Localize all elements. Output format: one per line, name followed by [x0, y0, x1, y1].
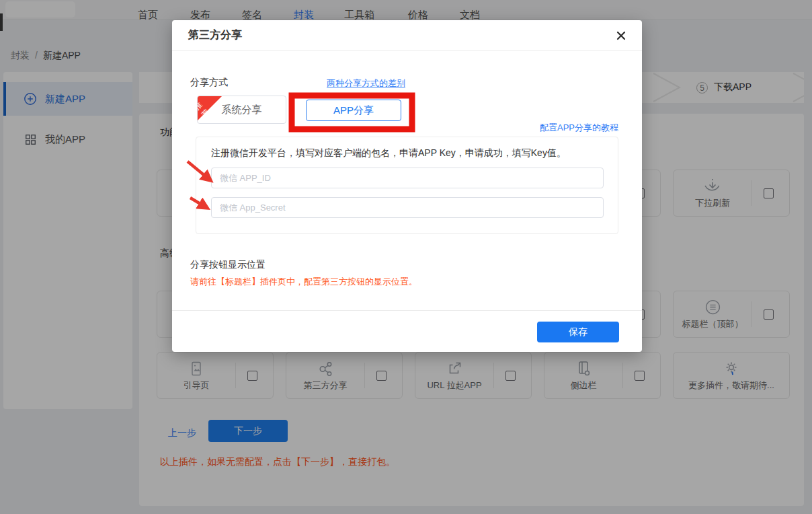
save-button[interactable]: 保存	[537, 322, 619, 342]
form-instruction: 注册微信开发平台，填写对应客户端的包名，申请APP Key，申请成功，填写Key…	[211, 147, 566, 159]
dialog-header: 第三方分享	[172, 20, 642, 51]
third-party-share-dialog: 第三方分享 分享方式 两种分享方式的差别 推荐 系统分享 APP分享 配置APP…	[172, 20, 642, 352]
share-button-position-label: 分享按钮显示位置	[190, 259, 266, 271]
wechat-app-secret-input[interactable]	[211, 197, 604, 218]
share-mode-diff-link[interactable]: 两种分享方式的差别	[327, 77, 405, 89]
share-button-position-note: 请前往【标题栏】插件页中，配置第三方按钮的显示位置。	[190, 276, 417, 288]
app-share-tutorial-link[interactable]: 配置APP分享的教程	[540, 122, 618, 134]
dialog-title: 第三方分享	[188, 28, 616, 42]
wechat-app-id-input[interactable]	[211, 168, 604, 188]
tab-app-share[interactable]: APP分享	[306, 100, 401, 121]
share-mode-label: 分享方式	[190, 77, 228, 89]
close-icon[interactable]	[616, 31, 626, 40]
wechat-key-form: 注册微信开发平台，填写对应客户端的包名，申请APP Key，申请成功，填写Key…	[196, 137, 618, 234]
recommended-ribbon: 推荐	[198, 96, 222, 120]
dialog-body: 分享方式 两种分享方式的差别 推荐 系统分享 APP分享 配置APP分享的教程 …	[172, 51, 642, 310]
page: 首页发布签名封装工具箱价格文档 封装/新建APP 新建APP我的APP 5 下载…	[0, 0, 812, 514]
tab-system-share[interactable]: 推荐 系统分享	[197, 96, 286, 124]
dialog-footer: 保存	[172, 310, 642, 352]
